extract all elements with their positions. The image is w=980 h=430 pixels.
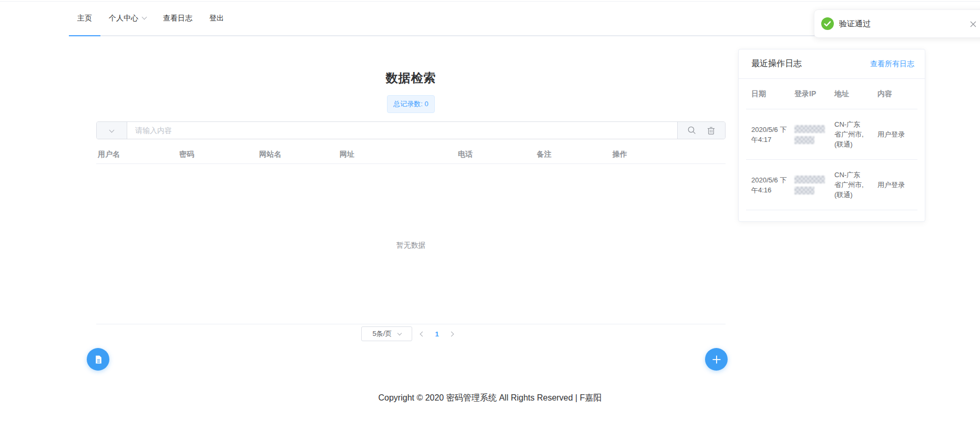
search-actions (677, 122, 725, 139)
column-header-sitename: 网站名 (258, 146, 338, 163)
close-icon[interactable] (969, 20, 977, 28)
log-column-date: 日期 (746, 89, 789, 99)
pagination: 5条/页 1 (96, 326, 726, 341)
tab-personal-center[interactable]: 个人中心 (100, 0, 155, 36)
chevron-down-icon (142, 15, 147, 20)
active-tab-indicator (69, 35, 100, 36)
chevron-down-icon (397, 331, 402, 335)
redacted-ip-mosaic (794, 136, 814, 144)
notification-message: 验证通过 (839, 19, 871, 29)
export-document-fab[interactable] (87, 348, 109, 371)
table-bottom-border (96, 324, 726, 324)
log-column-address: 地址 (829, 89, 872, 99)
password-manager-app: 主页 个人中心 查看日志 登出 验证通过 数据检索 (0, 0, 980, 430)
column-header-url: 网址 (338, 146, 456, 163)
column-header-username: 用户名 (96, 146, 178, 163)
log-row: 2020/5/6 下午4:16 CN-广东省广州市, (联通) 用户登录 (746, 160, 917, 210)
plus-icon (712, 355, 721, 364)
search-input[interactable] (127, 122, 677, 139)
redacted-ip-mosaic (794, 187, 814, 194)
search-icon[interactable] (687, 126, 697, 135)
column-header-actions: 操作 (611, 146, 726, 163)
column-header-phone: 电话 (456, 146, 535, 163)
page-number[interactable]: 1 (435, 330, 438, 338)
add-record-fab[interactable] (705, 348, 728, 371)
tab-logout-label: 登出 (209, 14, 224, 23)
log-panel-title: 最近操作日志 (751, 58, 802, 69)
success-check-icon (821, 17, 834, 30)
copyright-footer: Copyright © 2020 密码管理系统 All Rights Reser… (0, 393, 980, 404)
tab-logout[interactable]: 登出 (201, 0, 232, 36)
log-date: 2020/5/6 下午4:17 (746, 125, 789, 145)
log-ip-redacted (789, 176, 829, 194)
tab-view-logs-label: 查看日志 (163, 14, 192, 23)
data-table-header: 用户名 密码 网站名 网址 电话 备注 操作 (96, 146, 726, 164)
next-page-button[interactable] (447, 330, 455, 338)
empty-state-text: 暂无数据 (96, 241, 726, 250)
log-content: 用户登录 (872, 180, 917, 190)
document-icon (93, 354, 104, 365)
prev-page-button[interactable] (417, 330, 426, 338)
log-column-content: 内容 (872, 89, 917, 99)
page-title: 数据检索 (96, 70, 726, 86)
badge-row: 总记录数: 0 (96, 95, 726, 113)
search-bar (96, 121, 726, 139)
log-table-header: 日期 登录IP 地址 内容 (746, 79, 917, 109)
page-size-label: 5条/页 (372, 329, 392, 339)
log-table: 日期 登录IP 地址 内容 2020/5/6 下午4:17 CN-广东省广州市,… (739, 79, 925, 210)
log-address: CN-广东省广州市, (联通) (829, 170, 872, 200)
log-address: CN-广东省广州市, (联通) (829, 119, 872, 149)
tab-home-label: 主页 (77, 14, 92, 23)
recent-logs-panel: 最近操作日志 查看所有日志 日期 登录IP 地址 内容 2020/5/6 下午4… (738, 49, 925, 222)
log-panel-header: 最近操作日志 查看所有日志 (739, 49, 925, 79)
tab-home[interactable]: 主页 (69, 0, 100, 36)
log-ip-redacted (789, 125, 829, 144)
log-column-ip: 登录IP (789, 89, 829, 99)
trash-icon[interactable] (707, 126, 716, 135)
tab-view-logs[interactable]: 查看日志 (155, 0, 201, 36)
success-notification: 验证通过 (814, 9, 980, 38)
log-content: 用户登录 (872, 129, 917, 139)
search-field-select[interactable] (97, 122, 127, 139)
view-all-logs-link[interactable]: 查看所有日志 (870, 59, 914, 69)
tab-personal-center-label: 个人中心 (109, 14, 138, 23)
column-header-password: 密码 (178, 146, 258, 163)
log-row: 2020/5/6 下午4:17 CN-广东省广州市, (联通) 用户登录 (746, 109, 917, 160)
redacted-ip-mosaic (794, 125, 825, 133)
page-size-select[interactable]: 5条/页 (361, 326, 412, 341)
column-header-note: 备注 (535, 146, 611, 163)
chevron-down-icon (109, 127, 115, 132)
redacted-ip-mosaic (794, 176, 825, 183)
record-count-badge: 总记录数: 0 (387, 95, 434, 113)
log-date: 2020/5/6 下午4:16 (746, 175, 789, 195)
